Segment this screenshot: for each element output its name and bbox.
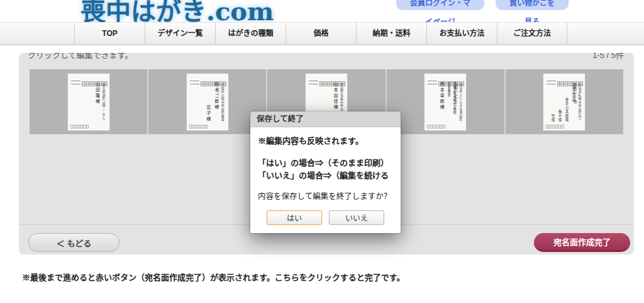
dialog-question: 内容を保存して編集を終了しますか？ <box>258 190 393 202</box>
nav-item-price[interactable]: 価格 <box>286 23 356 45</box>
postcard-cell[interactable]: 5000001 北海道札幌市中央区北一条西二-三-四 公園武道様 手芸小太郎様 … <box>506 69 623 134</box>
recipient-address: 東京都港区山田一-五-九 <box>102 83 106 123</box>
nav-item-how-to-order[interactable]: ご注文方法 <box>497 23 567 45</box>
postcard-thumbnail[interactable]: 5000001 北海道札幌市中央区北一条西二-三-四 公園武道様 手芸小太郎様 … <box>543 74 585 130</box>
postcard-thumbnail[interactable]: 2000000 大阪府大阪市中央区難波一-二-三 鈴木二郎様 花子様 <box>187 74 228 130</box>
dialog-note: ※編集内容も反映されます。 <box>258 134 393 146</box>
sender-postal-boxes <box>427 125 446 129</box>
back-button[interactable]: ＜ もどる <box>28 233 119 252</box>
recipient-name: 竹様 <box>550 82 555 122</box>
nav-item-postcard-types[interactable]: はがきの種類 <box>215 23 286 45</box>
record-count: 1-5 / 5件 <box>592 53 624 60</box>
dialog-no-button[interactable]: いいえ <box>329 210 384 225</box>
edit-hint-text: クリックして編集できます。 <box>28 53 133 60</box>
recipient-name: 梅子様 <box>557 82 562 122</box>
recipient-name: 公園武道様 <box>571 82 576 122</box>
recipient-name: 花子様 <box>205 82 211 122</box>
view-cart-button[interactable]: 買い物かごを見る <box>496 0 569 10</box>
postcard-cell[interactable]: 4000001 埼玉県さいたま市浦和区高砂一-二-三 葉書産業株式会社 代表取締… <box>387 69 506 134</box>
page: 喪中はがき.com 会員ログイン・マイページ 買い物かごを見る TOP デザイン… <box>0 0 644 303</box>
dialog-case-yes: 「はい」の場合⇒（そのまま印刷） <box>258 157 393 169</box>
recipient-names: 葉書産業株式会社 代表取締役 西本幸郎様 <box>432 82 457 122</box>
postcard-thumbnail[interactable]: 1000000 東京都港区山田一-五-九 山田隆様 <box>68 74 109 130</box>
recipient-name: 山田隆様 <box>94 82 101 122</box>
postcard-thumbnail[interactable]: 4000001 埼玉県さいたま市浦和区高砂一-二-三 葉書産業株式会社 代表取締… <box>425 74 466 130</box>
address-complete-button[interactable]: 宛名面作成完了 <box>534 233 630 252</box>
nav-item-design-list[interactable]: デザイン一覧 <box>145 23 215 45</box>
sender-postal-boxes <box>546 125 565 129</box>
dialog-title: 保存して終了 <box>250 111 401 127</box>
main-nav: TOP デザイン一覧 はがきの種類 価格 納期・送料 お支払い方法 ご注文方法 <box>0 22 644 45</box>
nav-item-delivery-shipping[interactable]: 納期・送料 <box>356 23 426 45</box>
dialog-body: ※編集内容も反映されます。 「はい」の場合⇒（そのまま印刷） 「いいえ」の場合⇒… <box>250 127 401 233</box>
recipient-company: 葉書産業株式会社 <box>452 82 457 122</box>
nav-item-payment-methods[interactable]: お支払い方法 <box>426 23 497 45</box>
recipient-name: 西本幸郎様 <box>438 82 445 122</box>
nav-item-top[interactable]: TOP <box>74 23 145 45</box>
recipient-title: 代表取締役 <box>447 82 450 122</box>
sender-postal-boxes <box>189 125 208 129</box>
recipient-name: 手芸小太郎様 <box>564 82 569 122</box>
recipient-name: 鈴木二郎様 <box>213 82 219 122</box>
footer-note: ※最後まで進めると赤いボタン（宛名面作成完了）が表示されます。こちらをクリックす… <box>22 271 404 283</box>
recipient-names: 山田隆様 <box>75 82 101 122</box>
sender-postal-boxes <box>70 125 89 129</box>
recipient-names: 鈴木二郎様 花子様 <box>194 82 219 122</box>
login-mypage-button[interactable]: 会員ログイン・マイページ <box>396 0 484 10</box>
save-exit-dialog: 保存して終了 ※編集内容も反映されます。 「はい」の場合⇒（そのまま印刷） 「い… <box>250 111 401 233</box>
dialog-case-no: 「いいえ」の場合⇒（編集を続ける <box>258 169 393 182</box>
postcard-cell[interactable]: 1000000 東京都港区山田一-五-九 山田隆様 <box>30 69 148 134</box>
dialog-yes-button[interactable]: はい <box>267 210 322 225</box>
recipient-names: 公園武道様 手芸小太郎様 梅子様 竹様 <box>551 82 576 122</box>
